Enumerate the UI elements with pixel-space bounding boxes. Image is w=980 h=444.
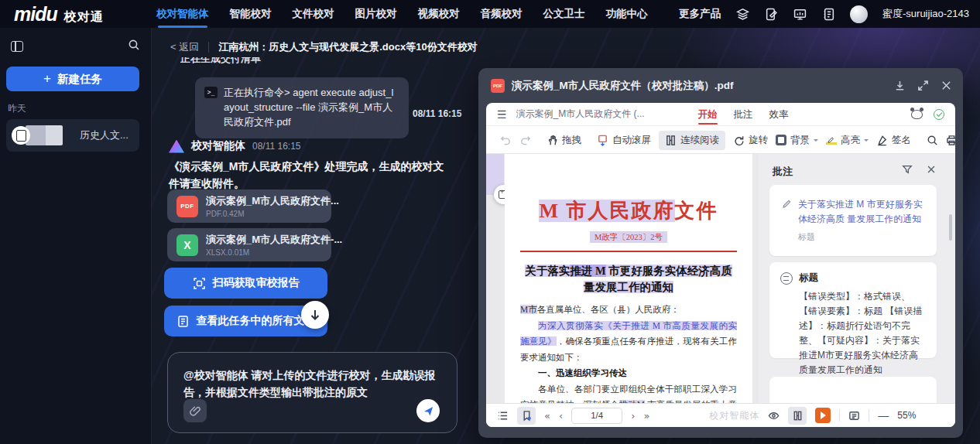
nav-item-smart-proof[interactable]: 智能校对: [230, 0, 272, 28]
attach-file-button[interactable]: [183, 399, 207, 422]
send-message-button[interactable]: [416, 399, 440, 422]
pdf-footer-bar: « ‹ 1/4 › » 校对智能体 — 55%: [486, 403, 955, 427]
next-page-button[interactable]: ›: [631, 410, 635, 422]
red-separator-line: [520, 251, 737, 252]
nav-item-image-proof[interactable]: 图片校对: [355, 0, 397, 28]
new-task-button[interactable]: + 新建任务: [6, 67, 139, 91]
pdf-toolbar: 拖拽 自动滚屏 连续阅读 旋转 背景: [486, 127, 955, 154]
prev-page-button[interactable]: ‹: [559, 410, 563, 422]
robot-icon: [780, 272, 793, 285]
page-number-input[interactable]: 1/4: [571, 408, 622, 424]
continuous-mode-icon[interactable]: [788, 407, 807, 425]
assistant-icon[interactable]: [911, 110, 923, 119]
back-button[interactable]: < 返回: [170, 40, 199, 54]
play-video-icon[interactable]: [815, 408, 831, 423]
attachment-meta: XLSX.0.01M: [206, 248, 342, 257]
pencil-icon: [782, 199, 792, 209]
download-icon[interactable]: [894, 80, 906, 91]
outline-list-icon[interactable]: [497, 410, 509, 422]
status-line: 正在生成交付清单: [180, 57, 261, 63]
attachment-meta: PDF.0.42M: [206, 210, 339, 218]
nav-item-doc-guard[interactable]: 公文卫士: [543, 0, 585, 28]
agent-avatar-icon: [169, 140, 184, 153]
chat-header: < 返回 江南杭州：历史人文与现代发展之景.docx等10份文件校对: [170, 40, 478, 54]
filter-icon[interactable]: [902, 164, 913, 175]
annotation-item[interactable]: 标题 【错误类型】：格式错误、 【错误要素】：标题 【错误描述】：标题折行处语句…: [769, 262, 937, 358]
paperclip-icon: [190, 405, 201, 417]
tab-efficiency[interactable]: 效率: [769, 103, 789, 126]
layout-view-icon[interactable]: [848, 410, 860, 422]
qr-report-label: 扫码获取审校报告: [213, 276, 300, 290]
scroll-to-bottom-button[interactable]: [301, 301, 329, 329]
auto-scroll-button[interactable]: 自动滚屏: [597, 134, 651, 147]
layers-icon[interactable]: [735, 7, 749, 21]
search-in-doc-button[interactable]: [927, 135, 938, 146]
expand-icon[interactable]: [917, 80, 929, 91]
qr-report-button[interactable]: 扫码获取审校报告: [164, 268, 327, 299]
doc-paragraph: M市各直属单位、各区（县）人民政府：: [520, 302, 737, 318]
attachment-xlsx[interactable]: X 演示案例_M市人民政府文件-... XLSX.0.01M: [167, 228, 331, 261]
more-products-link[interactable]: 更多产品: [679, 7, 721, 21]
undo-button[interactable]: [500, 135, 512, 146]
pdf-file-icon: PDF: [176, 196, 198, 217]
tab-annotate[interactable]: 批注: [734, 103, 753, 126]
menu-icon[interactable]: ☰: [497, 108, 507, 121]
chevron-down-icon: [864, 139, 869, 144]
search-icon[interactable]: [128, 39, 140, 54]
brand-logo[interactable]: midu 校对通: [14, 3, 146, 26]
watermark-text: 校对智能体: [709, 409, 759, 422]
sidebar-collapse-icon[interactable]: [11, 41, 23, 52]
rotate-button[interactable]: 旋转: [733, 134, 768, 147]
continuous-reading-icon: [665, 135, 677, 146]
doc-paragraph: 各单位、各部门要立即组织全体干部职工深入学习实施意见精神，深刻领会推动M 市高质…: [520, 381, 737, 404]
dashboard-icon[interactable]: [793, 7, 807, 21]
close-panel-icon[interactable]: [926, 164, 937, 175]
pdf-file-icon: PDF: [491, 79, 505, 93]
close-icon[interactable]: [941, 80, 952, 91]
print-button[interactable]: [946, 135, 955, 146]
attachment-name: 演示案例_M市人民政府文件-...: [206, 233, 342, 247]
user-avatar[interactable]: [850, 5, 868, 23]
nav-item-feature-center[interactable]: 功能中心: [606, 0, 648, 28]
notebook-icon[interactable]: [821, 7, 835, 21]
chat-input-value[interactable]: @校对智能体 请对上传的文件进行校对，生成勘误报告，并根据文件类型输出带批注的原…: [168, 353, 457, 401]
nav-item-proof-agent[interactable]: 校对智能体: [156, 0, 209, 28]
annotation-title: 标题: [799, 272, 818, 285]
auto-scroll-icon: [597, 135, 608, 146]
nav-item-file-proof[interactable]: 文件校对: [293, 0, 334, 28]
annotation-panel: 批注 关于落实推进 M 市更好服务实体经济高质 量发展工作的通知 标题: [759, 154, 955, 403]
highlight-button[interactable]: 高亮: [826, 134, 869, 147]
drag-tool-button[interactable]: 拖拽: [547, 134, 581, 147]
command-timestamp: 08/11 16:15: [413, 108, 461, 119]
document-edit-icon[interactable]: [764, 7, 778, 21]
redo-button[interactable]: [519, 135, 531, 146]
nav-item-video-proof[interactable]: 视频校对: [418, 0, 460, 28]
signature-button[interactable]: 签名: [876, 134, 911, 147]
background-button[interactable]: 背景: [776, 134, 818, 147]
annotation-item-partial[interactable]: [769, 377, 937, 403]
document-tab-title: 演示案例_M市人民政府文件 (...: [516, 108, 656, 121]
first-page-button[interactable]: «: [544, 410, 550, 422]
annotation-item[interactable]: 关于落实推进 M 市更好服务实体经济高质 量发展工作的通知 标题: [769, 185, 937, 256]
sidebar-section-yesterday: 昨天: [8, 102, 26, 115]
tab-start[interactable]: 开始: [698, 103, 718, 126]
nav-item-audio-proof[interactable]: 音频校对: [481, 0, 523, 28]
bookmark-icon[interactable]: [517, 407, 536, 425]
saved-check-icon[interactable]: [934, 109, 944, 120]
panel-scrollbar[interactable]: [949, 214, 952, 241]
agent-message-text: 《演示案例_M市人民政府文件》处理完成，生成的校对文件请查收附件。: [169, 158, 454, 192]
agent-timestamp: 08/11 16:15: [252, 141, 301, 152]
chat-input-box[interactable]: @校对智能体 请对上传的文件进行校对，生成勘误报告，并根据文件类型输出带批注的原…: [167, 352, 457, 433]
header-divider: [208, 42, 209, 53]
last-page-button[interactable]: »: [643, 410, 649, 422]
continuous-reading-button[interactable]: 连续阅读: [659, 131, 725, 150]
top-navbar: midu 校对通 校对智能体 智能校对 文件校对 图片校对 视频校对 音频校对 …: [0, 0, 980, 28]
eye-icon[interactable]: [768, 410, 780, 422]
pdf-viewer-modal: PDF 演示案例_M市人民政府文件（校对批注稿）.pdf ☰ 演示案例_M市人民…: [478, 68, 963, 438]
annotation-panel-title: 批注: [773, 165, 793, 179]
sidebar-task-item[interactable]: 历史人文...: [6, 119, 139, 152]
attachment-pdf[interactable]: PDF 演示案例_M市人民政府文件... PDF.0.42M: [167, 190, 331, 223]
task-sidebar: + 新建任务 昨天 历史人文...: [0, 28, 152, 444]
zoom-out-icon[interactable]: —: [878, 409, 889, 422]
command-execution-card: >_ 正在执行命令> agent execute adjust_layout_s…: [195, 77, 409, 138]
